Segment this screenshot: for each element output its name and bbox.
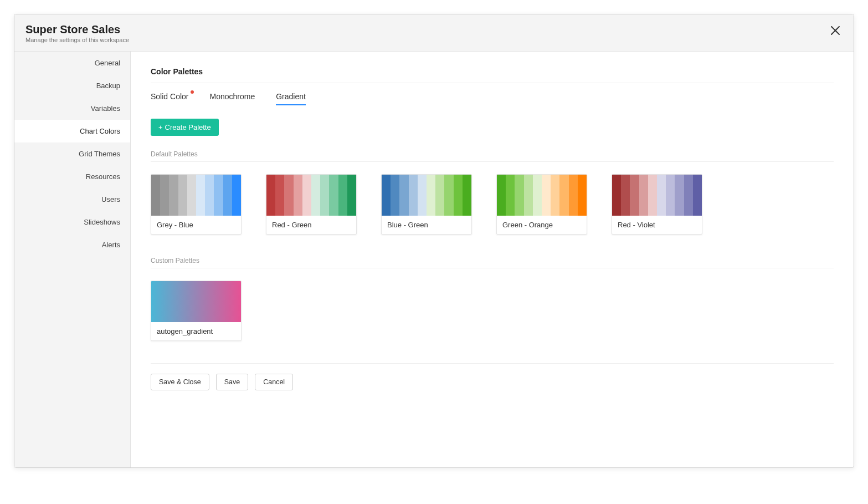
tab-gradient[interactable]: Gradient: [276, 92, 306, 105]
swatch-stripe: [524, 175, 533, 216]
create-palette-button[interactable]: + Create Palette: [151, 119, 219, 136]
sidebar-item-slideshows[interactable]: Slideshows: [14, 211, 130, 233]
swatch-stripe: [382, 175, 391, 216]
save-button[interactable]: Save: [216, 374, 249, 390]
swatch-stripe: [391, 175, 399, 216]
swatch-stripe: [515, 175, 523, 216]
custom-palettes-label: Custom Palettes: [151, 257, 834, 268]
palette-card[interactable]: Green - Orange: [496, 174, 587, 235]
swatch-stripe: [311, 175, 320, 216]
swatch-stripe: [569, 175, 578, 216]
tab-label: Monochrome: [209, 92, 255, 101]
tab-bar: Solid ColorMonochromeGradient: [151, 92, 834, 105]
swatch-stripe: [454, 175, 463, 216]
section-title: Color Palettes: [151, 67, 834, 83]
palette-name: Red - Violet: [612, 216, 702, 234]
palette-card[interactable]: autogen_gradient: [151, 281, 242, 341]
swatch-stripe: [427, 175, 435, 216]
page-title: Super Store Sales: [25, 23, 129, 36]
swatch-stripe: [463, 175, 471, 216]
swatch-stripe: [302, 175, 311, 216]
content-area: Color Palettes Solid ColorMonochromeGrad…: [131, 52, 854, 467]
swatch-stripe: [693, 175, 702, 216]
tab-label: Solid Color: [151, 92, 188, 101]
swatch-stripe: [630, 175, 639, 216]
swatch-stripe: [666, 175, 675, 216]
swatch-stripe: [284, 175, 293, 216]
palette-name: Green - Orange: [497, 216, 587, 234]
swatch-stripe: [329, 175, 338, 216]
page-subtitle: Manage the settings of this workspace: [25, 37, 129, 43]
swatch-stripe: [169, 175, 178, 216]
sidebar-item-grid-themes[interactable]: Grid Themes: [14, 142, 130, 165]
create-palette-label: Create Palette: [165, 123, 211, 131]
swatch-stripe: [196, 175, 205, 216]
swatch-stripe: [612, 175, 621, 216]
palette-swatch: [612, 175, 702, 216]
swatch-stripe: [542, 175, 551, 216]
indicator-dot-icon: [191, 90, 194, 94]
palette-name: Blue - Green: [382, 216, 471, 234]
swatch-stripe: [399, 175, 408, 216]
cancel-button[interactable]: Cancel: [255, 374, 293, 390]
custom-palettes-grid: autogen_gradient: [151, 281, 834, 341]
tab-label: Gradient: [276, 92, 306, 101]
sidebar-item-backup[interactable]: Backup: [14, 74, 130, 97]
default-palettes-grid: Grey - BlueRed - GreenBlue - GreenGreen …: [151, 174, 834, 235]
swatch-stripe: [338, 175, 347, 216]
modal-header: Super Store Sales Manage the settings of…: [14, 14, 854, 52]
swatch-stripe: [223, 175, 232, 216]
default-palettes-label: Default Palettes: [151, 150, 834, 162]
swatch-stripe: [435, 175, 444, 216]
swatch-stripe: [506, 175, 515, 216]
swatch-stripe: [621, 175, 630, 216]
plus-icon: +: [158, 123, 163, 131]
sidebar-item-resources[interactable]: Resources: [14, 165, 130, 188]
swatch-stripe: [178, 175, 187, 216]
swatch-stripe: [551, 175, 559, 216]
swatch-stripe: [559, 175, 568, 216]
palette-card[interactable]: Grey - Blue: [151, 174, 242, 235]
swatch-stripe: [639, 175, 648, 216]
swatch-stripe: [675, 175, 684, 216]
swatch-stripe: [320, 175, 329, 216]
close-button[interactable]: [828, 23, 843, 38]
settings-modal: Super Store Sales Manage the settings of…: [14, 14, 854, 468]
sidebar-item-general[interactable]: General: [14, 52, 130, 74]
sidebar-item-chart-colors[interactable]: Chart Colors: [14, 120, 130, 142]
swatch-stripe: [347, 175, 356, 216]
swatch-stripe: [684, 175, 693, 216]
palette-card[interactable]: Red - Green: [266, 174, 357, 235]
palette-swatch: [382, 175, 471, 216]
palette-name: Grey - Blue: [151, 216, 241, 234]
tab-solid-color[interactable]: Solid Color: [151, 92, 188, 105]
swatch-stripe: [151, 175, 160, 216]
palette-name: Red - Green: [266, 216, 356, 234]
palette-swatch: [151, 281, 241, 322]
modal-body: GeneralBackupVariablesChart ColorsGrid T…: [14, 52, 854, 467]
swatch-stripe: [657, 175, 666, 216]
swatch-stripe: [205, 175, 214, 216]
save-close-button[interactable]: Save & Close: [151, 374, 209, 390]
swatch-stripe: [214, 175, 223, 216]
swatch-stripe: [444, 175, 453, 216]
swatch-stripe: [232, 175, 241, 216]
swatch-stripe: [294, 175, 302, 216]
palette-card[interactable]: Red - Violet: [612, 174, 702, 235]
palette-card[interactable]: Blue - Green: [381, 174, 472, 235]
swatch-stripe: [497, 175, 506, 216]
swatch-stripe: [187, 175, 196, 216]
palette-swatch: [151, 175, 241, 216]
sidebar-item-alerts[interactable]: Alerts: [14, 233, 130, 256]
swatch-stripe: [160, 175, 169, 216]
swatch-stripe: [275, 175, 284, 216]
sidebar-item-users[interactable]: Users: [14, 188, 130, 211]
tab-monochrome[interactable]: Monochrome: [209, 92, 255, 105]
sidebar: GeneralBackupVariablesChart ColorsGrid T…: [14, 52, 131, 467]
swatch-stripe: [533, 175, 542, 216]
swatch-stripe: [578, 175, 587, 216]
palette-name: autogen_gradient: [151, 322, 241, 340]
swatch-stripe: [409, 175, 418, 216]
sidebar-item-variables[interactable]: Variables: [14, 97, 130, 120]
palette-swatch: [497, 175, 587, 216]
